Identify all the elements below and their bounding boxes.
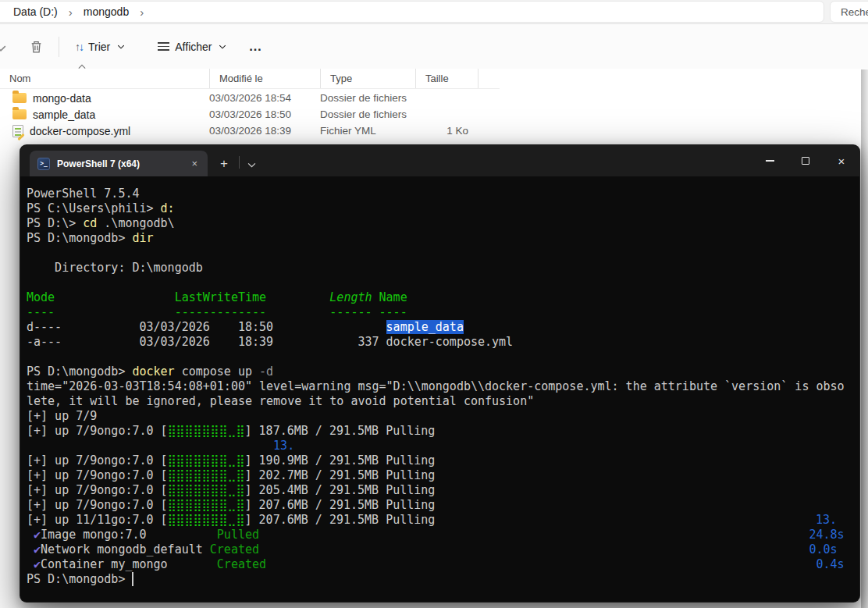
breadcrumb: Data (D:) › mongodb › [0, 1, 824, 23]
chevron-down-icon [117, 44, 125, 49]
terminal-text: [+] up 11/11go:7.0 [ [27, 513, 168, 527]
search-label: Reche [841, 6, 868, 18]
terminal-text: PS C:\Users\phili> [27, 201, 161, 215]
terminal-line: Directory: D:\mongodb [27, 261, 859, 276]
new-tab-button[interactable]: + [220, 156, 228, 172]
terminal-output[interactable]: PowerShell 7.5.4PS C:\Users\phili> d:PS … [20, 176, 859, 587]
terminal-text: ] 202.7MB / 291.5MB Pulling [245, 468, 436, 482]
column-header-name[interactable]: Nom [0, 69, 209, 88]
window-controls: × [752, 145, 859, 176]
terminal-line: [+] up 7/9ongo:7.0 [⣿⣿⣿⣿⣿⣿⣿⣀⣿] 205.4MB /… [27, 483, 859, 498]
tab-close-icon[interactable]: × [189, 158, 200, 169]
terminal-line: PS C:\Users\phili> d: [27, 201, 859, 216]
close-button[interactable]: × [824, 145, 859, 176]
sort-label: Trier [88, 41, 110, 53]
terminal-line: d---- 03/03/2026 18:50 sample_data [27, 320, 859, 335]
terminal-line: PS D:\mongodb> docker compose up -d [27, 364, 859, 379]
terminal-text: [+] up 7/9ongo:7.0 [ [27, 483, 168, 497]
terminal-line: ✔Network mongodb_default Created 0.0s [27, 542, 859, 557]
file-row[interactable]: sample_data03/03/2026 18:50Dossier de fi… [0, 106, 500, 123]
terminal-line: lete, it will be ignored, please remove … [27, 394, 859, 409]
terminal-text: .\mongodb\ [97, 216, 174, 230]
chevron-down-icon[interactable] [0, 43, 6, 54]
maximize-button[interactable] [788, 145, 824, 176]
terminal-line: ---- ------------- ------ ---- [27, 305, 859, 320]
terminal-text: Created [217, 557, 266, 571]
sort-arrows-icon: ↑↓ [75, 41, 83, 53]
terminal-text: time="2026-03-03T18:54:08+01:00" level=w… [27, 379, 845, 393]
view-lines-icon [158, 42, 169, 51]
file-name: sample_data [33, 108, 95, 121]
terminal-text: [+] up 7/9ongo:7.0 [ [27, 468, 168, 482]
file-size: 1 Ko [415, 125, 478, 137]
column-headers: Nom Modifié le Type Taille [0, 69, 500, 89]
file-row[interactable]: docker-compose.yml03/03/2026 18:39Fichie… [0, 123, 500, 139]
terminal-text: Pulled [217, 528, 259, 542]
column-header-modified[interactable]: Modifié le [209, 69, 320, 88]
terminal-text: sample_data [386, 320, 464, 334]
more-options-button[interactable]: … [248, 39, 262, 55]
terminal-line: 13. [27, 439, 859, 453]
sort-ascending-icon [78, 64, 86, 69]
breadcrumb-chevron-icon[interactable]: › [62, 5, 79, 19]
terminal-line: [+] up 7/9 [27, 409, 859, 424]
folder-icon [12, 93, 27, 103]
terminal-text: Container my_mongo [41, 557, 217, 571]
search-input[interactable]: Reche [830, 1, 868, 23]
terminal-line: [+] up 7/9ongo:7.0 [⣿⣿⣿⣿⣿⣿⣿⣀⣿] 187.6MB /… [27, 424, 859, 439]
terminal-titlebar[interactable]: >_ PowerShell 7 (x64) × + × [20, 145, 859, 176]
explorer-toolbar: ↑↓ Trier Afficher … [0, 24, 868, 69]
column-header-type[interactable]: Type [320, 69, 415, 88]
file-modified: 03/03/2026 18:50 [209, 108, 320, 120]
tab-title: PowerShell 7 (x64) [57, 158, 182, 169]
terminal-text: ] 190.9MB / 291.5MB Pulling [245, 453, 436, 468]
breadcrumb-item-drive[interactable]: Data (D:) [9, 4, 62, 20]
file-type: Fichier YML [320, 125, 415, 137]
terminal-text: PS D:\mongodb> [27, 572, 132, 586]
file-row[interactable]: mongo-data03/03/2026 18:54Dossier de fic… [0, 90, 500, 106]
terminal-text: ] 207.6MB / 291.5MB Pulling [245, 513, 436, 527]
terminal-text: [+] up 7/9ongo:7.0 [ [27, 498, 168, 512]
yml-file-icon [12, 125, 23, 137]
terminal-line [27, 276, 859, 290]
terminal-line: PS D:\> cd .\mongodb\ [27, 216, 859, 231]
trash-icon [30, 40, 43, 54]
terminal-text: -d [259, 364, 273, 379]
minimize-button[interactable] [752, 145, 788, 176]
screen: Data (D:) › mongodb › Reche [0, 0, 868, 608]
terminal-text: ✔ [34, 542, 41, 556]
view-label: Afficher [175, 41, 212, 53]
terminal-text: Created [210, 542, 259, 556]
divider [239, 156, 240, 169]
terminal-line [27, 246, 859, 261]
terminal-text: Length [329, 290, 372, 304]
terminal-text: ⣿⣿⣿⣿⣿⣿⣿⣀⣿ [168, 424, 245, 438]
sort-button[interactable]: ↑↓ Trier [67, 35, 133, 59]
column-header-spacer [478, 69, 500, 88]
tab-dropdown-icon[interactable] [247, 162, 256, 168]
terminal-text: Directory: D:\mongodb [27, 261, 203, 275]
explorer-address-bar: Data (D:) › mongodb › Reche [0, 0, 868, 23]
terminal-text: 13. [273, 439, 294, 453]
terminal-text: ] 187.6MB / 291.5MB Pulling [245, 424, 436, 438]
column-header-size[interactable]: Taille [415, 69, 478, 88]
terminal-tab[interactable]: >_ PowerShell 7 (x64) × [30, 151, 208, 176]
terminal-text: PS D:\> [27, 216, 83, 230]
terminal-text: -a--- 03/03/2026 18:39 337 docker-compos… [27, 335, 513, 349]
terminal-text: PS D:\mongodb> [27, 364, 132, 379]
terminal-line: time="2026-03-03T18:54:08+01:00" level=w… [27, 379, 859, 394]
explorer-scrollbar[interactable] [861, 69, 868, 608]
terminal-text: cd [83, 216, 97, 230]
delete-button[interactable] [22, 34, 51, 59]
view-button[interactable]: Afficher [150, 35, 234, 59]
terminal-text: d---- 03/03/2026 18:50 [27, 320, 386, 334]
terminal-text [27, 542, 34, 556]
terminal-line: -a--- 03/03/2026 18:39 337 docker-compos… [27, 335, 859, 350]
terminal-text: [+] up 7/9 [27, 409, 97, 423]
terminal-line: [+] up 7/9ongo:7.0 [⣿⣿⣿⣿⣿⣿⣿⣀⣿] 207.6MB /… [27, 498, 859, 513]
file-modified: 03/03/2026 18:54 [209, 92, 320, 104]
breadcrumb-chevron-icon[interactable]: › [133, 5, 150, 19]
breadcrumb-item-folder[interactable]: mongodb [79, 4, 133, 20]
terminal-text: ] 205.4MB / 291.5MB Pulling [245, 483, 436, 497]
terminal-text: 0.4s [816, 557, 844, 571]
